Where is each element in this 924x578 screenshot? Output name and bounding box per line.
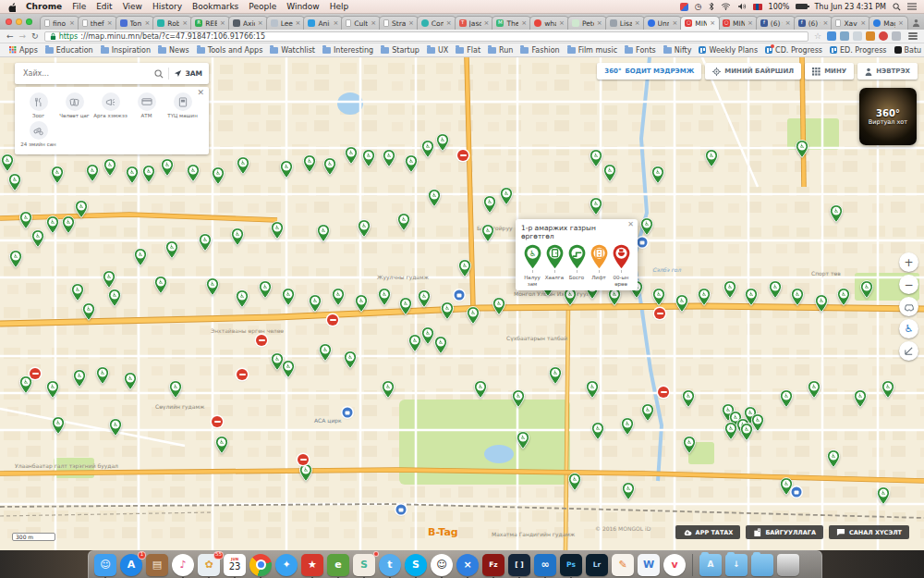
browser-tab[interactable]: Tony× xyxy=(116,16,155,30)
accessible-place-pin[interactable]: ♿ xyxy=(651,166,665,184)
ext-adblock-icon[interactable] xyxy=(879,31,888,41)
tab-close-icon[interactable]: × xyxy=(785,19,791,27)
accessible-place-pin[interactable]: ♿ xyxy=(103,270,116,289)
accessible-place-pin[interactable]: ♿ xyxy=(46,215,60,234)
map-action-chat-button[interactable]: САНАЛ ХҮСЭЛТ xyxy=(829,525,909,539)
map-action-download-button[interactable]: APP ТАТАХ xyxy=(675,525,741,539)
accessible-place-pin[interactable]: ♿ xyxy=(134,248,148,266)
accessible-place-pin[interactable]: ♿ xyxy=(319,343,333,362)
omnibox[interactable]: https://map.minu.mn/beta/?c=47.91847:106… xyxy=(44,31,808,42)
panorama-360-widget[interactable]: 360° Виртуал хот xyxy=(859,88,917,145)
popup-pin-door[interactable]: Хаалга xyxy=(543,244,565,287)
window-controls[interactable] xyxy=(6,18,32,25)
bookmark-ux[interactable]: UX xyxy=(423,46,452,55)
tab-close-icon[interactable]: × xyxy=(408,19,414,27)
inaccessible-place-marker[interactable] xyxy=(212,416,223,427)
accessible-place-pin[interactable]: ♿ xyxy=(62,215,76,234)
map-button-мину[interactable]: МИНУ xyxy=(805,63,854,80)
tab-close-icon[interactable]: × xyxy=(182,19,188,27)
accessible-place-pin[interactable]: ♿ xyxy=(71,283,85,301)
accessible-place-pin[interactable]: ♿ xyxy=(458,259,472,277)
accessible-place-pin[interactable]: ♿ xyxy=(682,389,696,408)
bluetooth-icon[interactable] xyxy=(709,2,714,11)
popup-pin-toilet[interactable]: 00-ын өрөө xyxy=(610,244,632,287)
ext-frame-icon[interactable] xyxy=(840,31,849,41)
accessible-place-pin[interactable]: ♿ xyxy=(549,366,563,385)
accessible-place-pin[interactable]: ♿ xyxy=(165,240,179,259)
accessible-place-pin[interactable]: ♿ xyxy=(86,164,100,182)
bookmark-news[interactable]: News xyxy=(154,46,193,55)
browser-tab[interactable]: thef× xyxy=(78,16,117,30)
category-pills[interactable]: 24 эмийн сан xyxy=(20,121,56,147)
accessible-place-pin[interactable]: ♿ xyxy=(428,189,442,207)
browser-tab[interactable]: Anin× xyxy=(303,16,343,30)
accessible-place-pin[interactable]: ♿ xyxy=(73,369,87,387)
accessible-place-pin[interactable]: ♿ xyxy=(8,173,22,191)
inaccessible-place-marker[interactable] xyxy=(457,150,468,161)
dock-twitter[interactable]: t xyxy=(379,554,401,576)
tab-close-icon[interactable]: × xyxy=(860,19,866,27)
tab-close-icon[interactable]: × xyxy=(898,19,904,27)
accessible-place-pin[interactable]: ♿ xyxy=(483,195,497,214)
dock-folder-documents[interactable] xyxy=(751,554,773,576)
accessible-place-pin[interactable]: ♿ xyxy=(698,288,711,306)
accessible-place-pin[interactable]: ♿ xyxy=(590,149,603,167)
accessible-place-pin[interactable]: ♿ xyxy=(75,200,89,218)
accessible-place-pin[interactable]: ♿ xyxy=(740,423,754,441)
dock-writing-app[interactable]: ✎ xyxy=(612,554,634,576)
volume-icon[interactable] xyxy=(737,3,747,10)
accessible-place-pin[interactable]: ♿ xyxy=(161,158,175,177)
accessible-place-pin[interactable]: ♿ xyxy=(492,297,506,315)
accessible-place-pin[interactable]: ♿ xyxy=(103,158,117,177)
accessible-place-pin[interactable]: ♿ xyxy=(421,140,435,158)
tab-close-icon[interactable]: × xyxy=(521,19,527,27)
popup-pin-ramp[interactable]: ♿Налуу зам xyxy=(521,244,543,287)
browser-tab[interactable]: Xav× xyxy=(831,16,870,30)
menu-item-file[interactable]: File xyxy=(72,2,86,11)
accessible-place-pin[interactable]: ♿ xyxy=(108,289,122,307)
back-button[interactable]: ← xyxy=(6,32,14,41)
dock-brackets[interactable]: [ ] xyxy=(508,554,530,576)
accessible-place-pin[interactable]: ♿ xyxy=(796,140,809,158)
dock-itunes[interactable]: ♪ xyxy=(172,554,194,576)
transit-place-marker[interactable] xyxy=(638,238,648,248)
menu-item-edit[interactable]: Edit xyxy=(96,2,112,11)
map-canvas[interactable]: ♿♿♿♿♿♿♿♿♿♿♿♿♿♿♿♿♿♿♿♿♿♿♿♿♿♿♿♿♿♿♿♿♿♿♿♿♿♿♿♿… xyxy=(0,57,924,550)
menu-item-help[interactable]: Help xyxy=(330,2,349,11)
wifi-icon[interactable] xyxy=(721,3,731,10)
dock-pocket[interactable]: v xyxy=(663,554,686,576)
dock-safari[interactable]: ✦ xyxy=(275,554,298,576)
browser-tab[interactable]: Leen× xyxy=(266,16,306,30)
accessible-place-pin[interactable]: ♿ xyxy=(109,418,123,437)
map-control-measure[interactable] xyxy=(899,341,918,361)
accessible-place-pin[interactable]: ♿ xyxy=(236,289,249,308)
search-icon[interactable] xyxy=(154,69,164,79)
tab-close-icon[interactable]: × xyxy=(672,19,677,27)
tab-close-icon[interactable]: × xyxy=(823,19,829,27)
accessible-place-pin[interactable]: ♿ xyxy=(323,157,337,176)
bookmark-startup[interactable]: Startup xyxy=(377,46,423,55)
notification-center-icon[interactable] xyxy=(907,3,917,10)
bookmark-star-icon[interactable]: ☆ xyxy=(814,31,821,41)
dock-wunderlist[interactable]: ★ xyxy=(301,554,323,576)
inaccessible-place-marker[interactable] xyxy=(654,308,665,319)
menu-item-window[interactable]: Window xyxy=(286,2,320,11)
transit-place-marker[interactable] xyxy=(792,487,802,498)
category-megaphone[interactable]: Арга хэмжээ xyxy=(92,92,128,118)
accessible-place-pin[interactable]: ♿ xyxy=(830,204,844,223)
transit-place-marker[interactable] xyxy=(455,290,465,301)
inaccessible-place-marker[interactable] xyxy=(256,335,267,346)
accessible-place-pin[interactable]: ♿ xyxy=(303,154,317,173)
accessible-place-pin[interactable]: ♿ xyxy=(675,294,689,313)
bookmark-film-music[interactable]: Film music xyxy=(564,46,621,55)
accessible-place-pin[interactable]: ♿ xyxy=(358,219,371,238)
accessible-place-pin[interactable]: ♿ xyxy=(881,380,895,399)
tab-close-icon[interactable]: × xyxy=(710,19,715,27)
dock-contacts[interactable]: ▤ xyxy=(146,554,168,576)
bookmark-tools-and-apps[interactable]: Tools and Apps xyxy=(193,46,267,55)
accessible-place-pin[interactable]: ♿ xyxy=(436,133,450,152)
accessible-place-pin[interactable]: ♿ xyxy=(378,288,392,306)
accessible-place-pin[interactable]: ♿ xyxy=(591,422,605,440)
ssl-lock-icon[interactable] xyxy=(50,32,56,41)
map-button-нэвтрэх[interactable]: НЭВТРЭХ xyxy=(857,63,918,80)
